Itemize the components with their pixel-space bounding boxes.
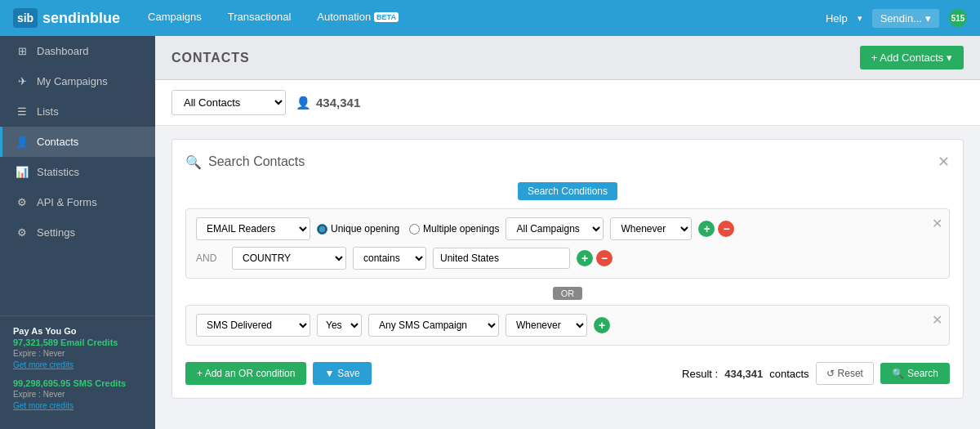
search-button[interactable]: 🔍 Search xyxy=(880,363,950,384)
nav-links: Campaigns Transactional Automation BETA xyxy=(145,0,826,36)
add-condition-1-button[interactable]: + xyxy=(698,221,715,237)
page-title: CONTACTS xyxy=(172,51,250,65)
email-credits-section: Pay As You Go 97,321,589 Email Credits E… xyxy=(13,326,142,370)
add-or-condition-button[interactable]: + Add an OR condition xyxy=(185,362,306,385)
add-contacts-button[interactable]: + Add Contacts ▾ xyxy=(860,46,964,69)
settings-icon: ⚙ xyxy=(16,226,29,239)
condition-2-yes-select[interactable]: Yes xyxy=(317,314,362,337)
add-condition-2-button[interactable]: + xyxy=(594,317,610,333)
condition-block-1: ✕ EMAIL Readers Unique opening Multiple … xyxy=(185,208,950,279)
condition-1-campaign-select[interactable]: All Campaigns xyxy=(506,217,604,240)
contact-count-value: 434,341 xyxy=(316,96,360,109)
sidebar-item-contacts[interactable]: 👤 Contacts xyxy=(0,127,155,157)
condition-1-type-select[interactable]: EMAIL Readers xyxy=(196,217,310,240)
remove-condition-1b-button[interactable]: − xyxy=(596,250,612,266)
result-count: 434,341 xyxy=(724,368,763,380)
radio-unique-option[interactable]: Unique opening xyxy=(317,223,399,235)
sidebar-credits: Pay As You Go 97,321,589 Email Credits E… xyxy=(0,315,155,429)
conditions-badge: Search Conditions xyxy=(518,182,617,200)
bottom-actions: + Add an OR condition ▼ Save Result : 43… xyxy=(185,355,950,385)
left-actions: + Add an OR condition ▼ Save xyxy=(185,362,372,385)
sidebar-item-api-forms[interactable]: ⚙ API & Forms xyxy=(0,187,155,217)
contact-count: 👤 434,341 xyxy=(296,96,360,110)
close-condition-2-button[interactable]: ✕ xyxy=(932,312,942,328)
save-button[interactable]: ▼ Save xyxy=(313,362,371,385)
nav-campaigns[interactable]: Campaigns xyxy=(145,0,205,36)
and-label: AND xyxy=(196,252,225,264)
email-credits-label: 97,321,589 Email Credits xyxy=(13,337,142,347)
close-search-panel-button[interactable]: ✕ xyxy=(938,153,950,171)
condition-1-operator-select[interactable]: contains xyxy=(353,247,426,270)
logo-icon: sib xyxy=(13,8,38,28)
save-icon: ▼ xyxy=(324,368,334,379)
sms-expire-label: Expire : Never xyxy=(13,390,142,399)
add-remove-btns-1: + − xyxy=(698,221,734,237)
add-remove-btns-2: + xyxy=(594,317,610,333)
person-icon: 👤 xyxy=(296,96,311,110)
condition-1-field-select[interactable]: COUNTRY xyxy=(232,247,346,270)
logo-text: sendinblue xyxy=(42,10,120,27)
condition-1-row-1: EMAIL Readers Unique opening Multiple op… xyxy=(196,217,939,240)
contacts-header: CONTACTS + Add Contacts ▾ xyxy=(155,36,980,80)
logo[interactable]: sib sendinblue xyxy=(13,8,120,28)
sms-get-more-link[interactable]: Get more credits xyxy=(13,401,74,410)
nav-right: Help ▾ Sendin... ▾ 515 xyxy=(826,9,967,28)
remove-condition-1-button[interactable]: − xyxy=(718,221,734,237)
nav-transactional[interactable]: Transactional xyxy=(225,0,295,36)
email-get-more-link[interactable]: Get more credits xyxy=(13,360,74,369)
nav-automation[interactable]: Automation BETA xyxy=(314,0,402,36)
sidebar-item-campaigns[interactable]: ✈ My Campaigns xyxy=(0,66,155,96)
condition-block-2: ✕ SMS Delivered Yes Any SMS Campaign Whe… xyxy=(185,305,950,346)
condition-2-row-1: SMS Delivered Yes Any SMS Campaign Whene… xyxy=(196,314,939,337)
condition-2-when-select[interactable]: Whenever xyxy=(506,314,587,337)
main-content: CONTACTS + Add Contacts ▾ All Contacts 👤… xyxy=(155,36,980,429)
right-actions: Result : 434,341 contacts ↺ Reset 🔍 Sear… xyxy=(682,362,950,385)
lists-icon: ☰ xyxy=(16,105,29,118)
search-panel-title: 🔍 Search Contacts xyxy=(185,154,305,170)
result-label: Result : xyxy=(682,368,718,380)
radio-multiple-option[interactable]: Multiple openings xyxy=(409,223,499,235)
sidebar-item-dashboard[interactable]: ⊞ Dashboard xyxy=(0,36,155,66)
email-expire-label: Expire : Never xyxy=(13,349,142,358)
statistics-icon: 📊 xyxy=(16,166,29,178)
help-link[interactable]: Help xyxy=(826,12,848,25)
close-condition-1-button[interactable]: ✕ xyxy=(932,216,942,231)
sidebar: ⊞ Dashboard ✈ My Campaigns ☰ Lists 👤 Con… xyxy=(0,36,155,429)
radio-multiple-input[interactable] xyxy=(409,224,420,235)
search-panel-header: 🔍 Search Contacts ✕ xyxy=(185,153,950,171)
contacts-filter-select[interactable]: All Contacts xyxy=(172,90,286,115)
radio-group: Unique opening Multiple openings xyxy=(317,223,499,235)
campaigns-icon: ✈ xyxy=(16,75,29,87)
sms-credits-label: 99,298,695.95 SMS Credits xyxy=(13,378,142,388)
beta-badge: BETA xyxy=(374,12,399,22)
add-condition-1b-button[interactable]: + xyxy=(577,250,593,266)
or-divider: OR xyxy=(185,287,950,300)
condition-2-campaign-select[interactable]: Any SMS Campaign xyxy=(368,314,499,337)
reset-button[interactable]: ↺ Reset xyxy=(816,362,874,385)
sidebar-item-lists[interactable]: ☰ Lists xyxy=(0,96,155,127)
filter-bar: All Contacts 👤 434,341 xyxy=(155,80,980,126)
or-badge: OR xyxy=(553,287,583,300)
account-button[interactable]: Sendin... ▾ xyxy=(872,9,939,28)
sidebar-item-statistics[interactable]: 📊 Statistics xyxy=(0,157,155,187)
dashboard-icon: ⊞ xyxy=(16,45,29,57)
contacts-label: contacts xyxy=(769,368,808,380)
sidebar-item-settings[interactable]: ⚙ Settings xyxy=(0,217,155,248)
condition-1-when-select[interactable]: Whenever xyxy=(610,217,692,240)
pay-as-you-go-label: Pay As You Go xyxy=(13,326,142,336)
search-panel: 🔍 Search Contacts ✕ Search Conditions ✕ … xyxy=(172,139,964,399)
search-conditions-label: Search Conditions xyxy=(185,182,950,200)
search-icon: 🔍 xyxy=(185,154,202,170)
add-remove-btns-1b: + − xyxy=(577,250,612,266)
radio-unique-input[interactable] xyxy=(317,224,327,235)
api-icon: ⚙ xyxy=(16,196,29,208)
condition-1-value-input[interactable] xyxy=(433,248,570,269)
top-navigation: sib sendinblue Campaigns Transactional A… xyxy=(0,0,980,36)
main-layout: ⊞ Dashboard ✈ My Campaigns ☰ Lists 👤 Con… xyxy=(0,36,980,429)
search-btn-icon: 🔍 xyxy=(892,368,904,379)
reset-icon: ↺ xyxy=(826,368,835,379)
contacts-icon: 👤 xyxy=(16,136,29,148)
credits-badge: 515 xyxy=(949,9,967,27)
sms-credits-section: 99,298,695.95 SMS Credits Expire : Never… xyxy=(13,378,142,411)
condition-2-type-select[interactable]: SMS Delivered xyxy=(196,314,310,337)
